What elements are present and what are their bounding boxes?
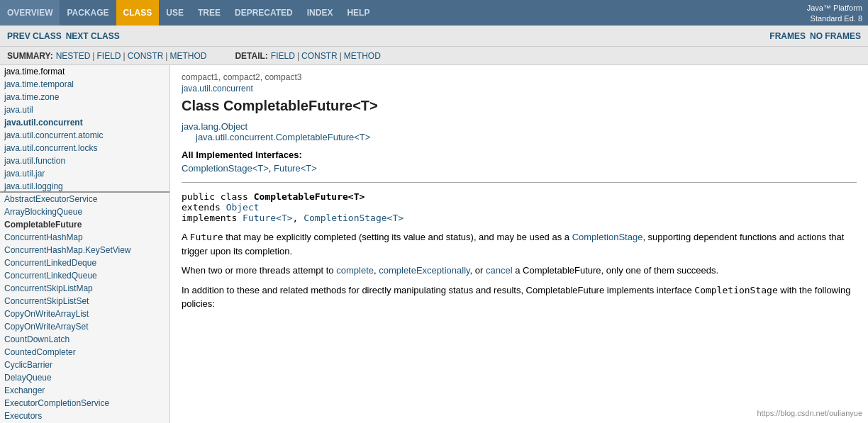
- desc-paragraph-3: In addition to these and related methods…: [182, 283, 857, 311]
- next-class-link[interactable]: NEXT CLASS: [66, 31, 120, 41]
- sidebar-pkg-2[interactable]: java.time.zone: [0, 91, 169, 103]
- sidebar-cls-6[interactable]: ConcurrentLinkedQueue: [0, 269, 169, 282]
- sidebar-cls-16[interactable]: ExecutorCompletionService: [0, 397, 169, 410]
- desc-paragraph-2: When two or more threads attempt to comp…: [182, 264, 857, 278]
- sidebar-classes: AbstractExecutorService ArrayBlockingQue…: [0, 193, 169, 423]
- decl-public: public class: [182, 191, 254, 202]
- detail-label: DETAIL:: [235, 51, 267, 61]
- summary-field[interactable]: FIELD: [96, 51, 121, 61]
- nav-deprecated[interactable]: DEPRECATED: [228, 0, 300, 26]
- inheritance-root[interactable]: java.lang.Object: [182, 121, 857, 132]
- sidebar-pkg-6[interactable]: java.util.concurrent.locks: [0, 142, 169, 154]
- decl-future-link[interactable]: Future<T>: [243, 213, 292, 223]
- sidebar-pkg-8[interactable]: java.util.jar: [0, 167, 169, 180]
- decl-classname: CompletableFuture<T>: [254, 191, 365, 202]
- inheritance-tree: java.lang.Object java.util.concurrent.Co…: [182, 121, 857, 142]
- summary-bar: SUMMARY: NESTED | FIELD | CONSTR | METHO…: [0, 47, 868, 65]
- no-frames-link[interactable]: NO FRAMES: [810, 31, 861, 41]
- detail-method[interactable]: METHOD: [344, 51, 381, 61]
- sidebar-cls-7[interactable]: ConcurrentSkipListMap: [0, 282, 169, 295]
- nav-class[interactable]: CLASS: [116, 0, 160, 26]
- decl-implements-label: implements: [182, 213, 243, 223]
- sidebar-pkg-7[interactable]: java.util.function: [0, 154, 169, 167]
- future-link[interactable]: Future<T>: [274, 163, 317, 174]
- divider: [182, 182, 857, 183]
- desc-paragraph-1: A Future that may be explicitly complete…: [182, 230, 857, 258]
- sidebar-cls-12[interactable]: CountedCompleter: [0, 346, 169, 359]
- watermark: https://blog.csdn.net/oulianyue: [757, 409, 862, 417]
- nav-use[interactable]: USE: [159, 0, 191, 26]
- sidebar-cls-14[interactable]: DelayQueue: [0, 371, 169, 384]
- nav-items: OVERVIEW PACKAGE CLASS USE TREE DEPRECAT…: [0, 0, 377, 26]
- sidebar-cls-4[interactable]: ConcurrentHashMap.KeySetView: [0, 244, 169, 256]
- interfaces-list: CompletionStage<T>, Future<T>: [182, 163, 857, 174]
- sidebar-cls-15[interactable]: Exchanger: [0, 384, 169, 397]
- sidebar-cls-2[interactable]: CompletableFuture: [0, 218, 169, 231]
- sidebar: java.time.format java.time.temporal java…: [0, 65, 170, 423]
- summary-nested[interactable]: NESTED: [56, 51, 91, 61]
- sidebar-cls-17[interactable]: Executors: [0, 410, 169, 422]
- cancel-link[interactable]: cancel: [486, 265, 513, 276]
- summary-label: SUMMARY:: [7, 51, 53, 61]
- sidebar-cls-5[interactable]: ConcurrentLinkedDeque: [0, 256, 169, 269]
- sidebar-pkg-5[interactable]: java.util.concurrent.atomic: [0, 129, 169, 142]
- all-interfaces-label: All Implemented Interfaces:: [182, 150, 857, 160]
- compact-tags: compact1, compact2, compact3: [182, 72, 857, 82]
- brand: Java™ Platform Standard Ed. 8: [801, 0, 868, 26]
- sidebar-pkg-0[interactable]: java.time.format: [0, 65, 169, 78]
- second-nav: PREV CLASS NEXT CLASS FRAMES NO FRAMES: [0, 26, 868, 47]
- sidebar-cls-1[interactable]: ArrayBlockingQueue: [0, 205, 169, 218]
- content-area: compact1, compact2, compact3 java.util.c…: [170, 65, 868, 423]
- sidebar-cls-0[interactable]: AbstractExecutorService: [0, 193, 169, 205]
- package-link[interactable]: java.util.concurrent: [182, 84, 857, 94]
- sidebar-cls-11[interactable]: CountDownLatch: [0, 333, 169, 346]
- main-layout: java.time.format java.time.temporal java…: [0, 65, 868, 423]
- sidebar-cls-13[interactable]: CyclicBarrier: [0, 359, 169, 371]
- nav-help[interactable]: HELP: [340, 0, 377, 26]
- decl-extends-label: extends: [182, 202, 226, 213]
- sidebar-cls-9[interactable]: CopyOnWriteArrayList: [0, 308, 169, 320]
- completeexceptionally-link[interactable]: completeExceptionally: [379, 265, 469, 276]
- decl-object-link[interactable]: Object: [226, 202, 260, 213]
- sidebar-pkg-4[interactable]: java.util.concurrent: [0, 116, 169, 129]
- sidebar-cls-10[interactable]: CopyOnWriteArraySet: [0, 320, 169, 333]
- nav-tree[interactable]: TREE: [191, 0, 228, 26]
- sidebar-cls-3[interactable]: ConcurrentHashMap: [0, 231, 169, 244]
- nav-index[interactable]: INDEX: [300, 0, 340, 26]
- prev-class-link[interactable]: PREV CLASS: [7, 31, 62, 41]
- top-nav: OVERVIEW PACKAGE CLASS USE TREE DEPRECAT…: [0, 0, 868, 26]
- sidebar-cls-8[interactable]: ConcurrentSkipListSet: [0, 295, 169, 308]
- detail-field[interactable]: FIELD: [271, 51, 295, 61]
- sidebar-pkg-9[interactable]: java.util.logging: [0, 180, 169, 193]
- nav-package[interactable]: PACKAGE: [60, 0, 116, 26]
- summary-constr[interactable]: CONSTR: [128, 51, 164, 61]
- completionstage-link[interactable]: CompletionStage<T>: [182, 163, 269, 174]
- complete-link[interactable]: complete: [336, 265, 374, 276]
- nav-overview[interactable]: OVERVIEW: [0, 0, 60, 26]
- inheritance-child[interactable]: java.util.concurrent.CompletableFuture<T…: [196, 132, 857, 142]
- sidebar-packages: java.time.format java.time.temporal java…: [0, 65, 169, 193]
- frames-link[interactable]: FRAMES: [769, 31, 806, 41]
- interfaces-section: All Implemented Interfaces: CompletionSt…: [182, 150, 857, 174]
- decl-completionstage-link[interactable]: CompletionStage<T>: [304, 213, 404, 223]
- detail-constr[interactable]: CONSTR: [301, 51, 338, 61]
- completionstage-desc-link[interactable]: CompletionStage: [572, 232, 643, 242]
- class-title: Class CompletableFuture<T>: [182, 98, 857, 114]
- sidebar-pkg-3[interactable]: java.util: [0, 103, 169, 116]
- summary-method[interactable]: METHOD: [169, 51, 206, 61]
- sidebar-pkg-1[interactable]: java.time.temporal: [0, 78, 169, 91]
- class-declaration: public class CompletableFuture<T> extend…: [182, 191, 857, 223]
